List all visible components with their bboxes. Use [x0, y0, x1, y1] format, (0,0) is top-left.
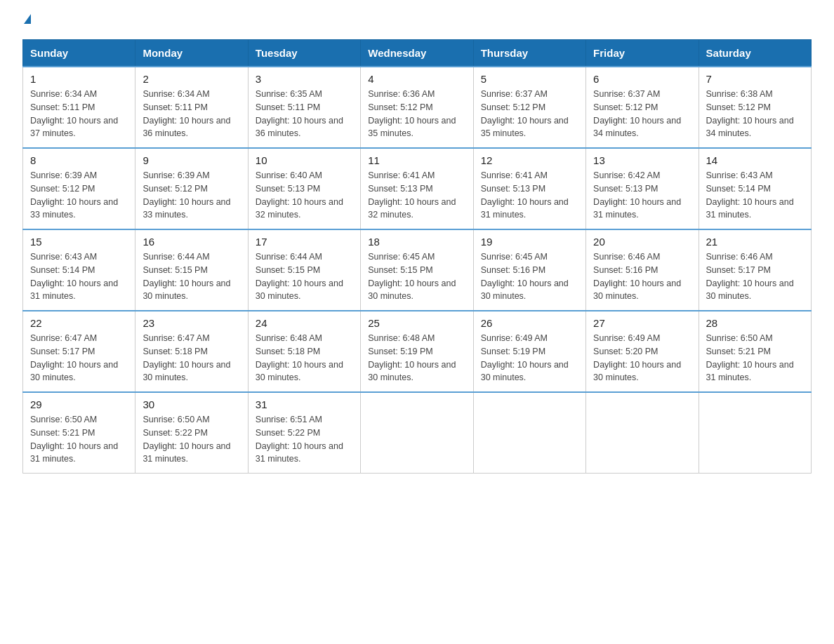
- calendar-day: 16 Sunrise: 6:44 AMSunset: 5:15 PMDaylig…: [135, 229, 248, 311]
- calendar-week-4: 22 Sunrise: 6:47 AMSunset: 5:17 PMDaylig…: [23, 311, 812, 392]
- day-info: Sunrise: 6:48 AMSunset: 5:18 PMDaylight:…: [256, 333, 343, 382]
- day-number: 9: [143, 154, 240, 166]
- day-info: Sunrise: 6:37 AMSunset: 5:12 PMDaylight:…: [481, 89, 569, 138]
- day-info: Sunrise: 6:49 AMSunset: 5:19 PMDaylight:…: [481, 333, 569, 382]
- day-info: Sunrise: 6:44 AMSunset: 5:15 PMDaylight:…: [256, 252, 343, 301]
- day-number: 30: [143, 398, 240, 410]
- calendar-week-3: 15 Sunrise: 6:43 AMSunset: 5:14 PMDaylig…: [23, 229, 812, 311]
- col-wednesday: Wednesday: [361, 40, 473, 67]
- day-info: Sunrise: 6:50 AMSunset: 5:21 PMDaylight:…: [706, 333, 794, 382]
- day-info: Sunrise: 6:45 AMSunset: 5:16 PMDaylight:…: [481, 252, 569, 301]
- day-number: 8: [30, 154, 128, 166]
- calendar-day: 4 Sunrise: 6:36 AMSunset: 5:12 PMDayligh…: [361, 67, 473, 148]
- day-info: Sunrise: 6:43 AMSunset: 5:14 PMDaylight:…: [30, 252, 118, 301]
- day-info: Sunrise: 6:44 AMSunset: 5:15 PMDaylight:…: [143, 252, 230, 301]
- calendar-day: 24 Sunrise: 6:48 AMSunset: 5:18 PMDaylig…: [248, 311, 360, 392]
- calendar-day: [473, 392, 585, 474]
- day-info: Sunrise: 6:34 AMSunset: 5:11 PMDaylight:…: [143, 89, 230, 138]
- day-info: Sunrise: 6:41 AMSunset: 5:13 PMDaylight:…: [368, 170, 456, 220]
- calendar-day: 9 Sunrise: 6:39 AMSunset: 5:12 PMDayligh…: [135, 148, 248, 229]
- calendar-day: 11 Sunrise: 6:41 AMSunset: 5:13 PMDaylig…: [361, 148, 473, 229]
- day-number: 31: [256, 398, 353, 410]
- calendar-day: 29 Sunrise: 6:50 AMSunset: 5:21 PMDaylig…: [23, 392, 135, 474]
- day-info: Sunrise: 6:48 AMSunset: 5:19 PMDaylight:…: [368, 333, 456, 382]
- calendar-day: 15 Sunrise: 6:43 AMSunset: 5:14 PMDaylig…: [23, 229, 135, 311]
- day-number: 4: [368, 73, 465, 85]
- col-friday: Friday: [586, 40, 699, 67]
- calendar-day: [361, 392, 473, 474]
- calendar-day: 19 Sunrise: 6:45 AMSunset: 5:16 PMDaylig…: [473, 229, 585, 311]
- day-number: 3: [256, 73, 353, 85]
- day-info: Sunrise: 6:38 AMSunset: 5:12 PMDaylight:…: [706, 89, 794, 138]
- calendar-day: 6 Sunrise: 6:37 AMSunset: 5:12 PMDayligh…: [586, 67, 699, 148]
- day-number: 23: [143, 317, 240, 329]
- day-info: Sunrise: 6:50 AMSunset: 5:21 PMDaylight:…: [30, 415, 118, 464]
- day-info: Sunrise: 6:41 AMSunset: 5:13 PMDaylight:…: [481, 170, 569, 220]
- calendar-day: 26 Sunrise: 6:49 AMSunset: 5:19 PMDaylig…: [473, 311, 585, 392]
- day-number: 6: [593, 73, 691, 85]
- day-info: Sunrise: 6:51 AMSunset: 5:22 PMDaylight:…: [256, 415, 343, 464]
- day-number: 14: [706, 154, 804, 166]
- day-info: Sunrise: 6:40 AMSunset: 5:13 PMDaylight:…: [256, 170, 343, 220]
- calendar-week-1: 1 Sunrise: 6:34 AMSunset: 5:11 PMDayligh…: [23, 67, 812, 148]
- day-info: Sunrise: 6:34 AMSunset: 5:11 PMDaylight:…: [30, 89, 118, 138]
- day-info: Sunrise: 6:46 AMSunset: 5:17 PMDaylight:…: [706, 252, 794, 301]
- calendar-day: 18 Sunrise: 6:45 AMSunset: 5:15 PMDaylig…: [361, 229, 473, 311]
- calendar-day: 3 Sunrise: 6:35 AMSunset: 5:11 PMDayligh…: [248, 67, 360, 148]
- col-saturday: Saturday: [699, 40, 811, 67]
- calendar-day: [699, 392, 811, 474]
- day-number: 11: [368, 154, 465, 166]
- day-number: 5: [481, 73, 578, 85]
- day-info: Sunrise: 6:39 AMSunset: 5:12 PMDaylight:…: [30, 170, 118, 220]
- day-info: Sunrise: 6:37 AMSunset: 5:12 PMDaylight:…: [593, 89, 681, 138]
- day-number: 16: [143, 236, 240, 248]
- calendar-week-5: 29 Sunrise: 6:50 AMSunset: 5:21 PMDaylig…: [23, 392, 812, 474]
- calendar-table: Sunday Monday Tuesday Wednesday Thursday…: [22, 39, 812, 474]
- day-number: 21: [706, 236, 804, 248]
- logo: [22, 17, 31, 27]
- calendar-day: 7 Sunrise: 6:38 AMSunset: 5:12 PMDayligh…: [699, 67, 811, 148]
- day-number: 28: [706, 317, 804, 329]
- day-info: Sunrise: 6:45 AMSunset: 5:15 PMDaylight:…: [368, 252, 456, 301]
- calendar-day: 21 Sunrise: 6:46 AMSunset: 5:17 PMDaylig…: [699, 229, 811, 311]
- day-number: 18: [368, 236, 465, 248]
- calendar-day: 31 Sunrise: 6:51 AMSunset: 5:22 PMDaylig…: [248, 392, 360, 474]
- col-thursday: Thursday: [473, 40, 585, 67]
- day-number: 17: [256, 236, 353, 248]
- calendar-day: 5 Sunrise: 6:37 AMSunset: 5:12 PMDayligh…: [473, 67, 585, 148]
- calendar-day: 20 Sunrise: 6:46 AMSunset: 5:16 PMDaylig…: [586, 229, 699, 311]
- calendar-week-2: 8 Sunrise: 6:39 AMSunset: 5:12 PMDayligh…: [23, 148, 812, 229]
- day-number: 15: [30, 236, 128, 248]
- day-number: 10: [256, 154, 353, 166]
- page-header: [22, 17, 812, 27]
- day-info: Sunrise: 6:43 AMSunset: 5:14 PMDaylight:…: [706, 170, 794, 220]
- day-info: Sunrise: 6:36 AMSunset: 5:12 PMDaylight:…: [368, 89, 456, 138]
- calendar-day: 30 Sunrise: 6:50 AMSunset: 5:22 PMDaylig…: [135, 392, 248, 474]
- day-info: Sunrise: 6:35 AMSunset: 5:11 PMDaylight:…: [256, 89, 343, 138]
- calendar-day: 25 Sunrise: 6:48 AMSunset: 5:19 PMDaylig…: [361, 311, 473, 392]
- day-number: 12: [481, 154, 578, 166]
- calendar-day: 8 Sunrise: 6:39 AMSunset: 5:12 PMDayligh…: [23, 148, 135, 229]
- day-number: 2: [143, 73, 240, 85]
- day-number: 7: [706, 73, 804, 85]
- day-info: Sunrise: 6:42 AMSunset: 5:13 PMDaylight:…: [593, 170, 681, 220]
- day-number: 20: [593, 236, 691, 248]
- day-number: 24: [256, 317, 353, 329]
- calendar-day: 14 Sunrise: 6:43 AMSunset: 5:14 PMDaylig…: [699, 148, 811, 229]
- calendar-day: 17 Sunrise: 6:44 AMSunset: 5:15 PMDaylig…: [248, 229, 360, 311]
- day-info: Sunrise: 6:39 AMSunset: 5:12 PMDaylight:…: [143, 170, 230, 220]
- calendar-day: 22 Sunrise: 6:47 AMSunset: 5:17 PMDaylig…: [23, 311, 135, 392]
- calendar-day: 12 Sunrise: 6:41 AMSunset: 5:13 PMDaylig…: [473, 148, 585, 229]
- col-tuesday: Tuesday: [248, 40, 360, 67]
- calendar-day: 10 Sunrise: 6:40 AMSunset: 5:13 PMDaylig…: [248, 148, 360, 229]
- col-sunday: Sunday: [23, 40, 135, 67]
- calendar-day: 2 Sunrise: 6:34 AMSunset: 5:11 PMDayligh…: [135, 67, 248, 148]
- calendar-day: 27 Sunrise: 6:49 AMSunset: 5:20 PMDaylig…: [586, 311, 699, 392]
- day-number: 26: [481, 317, 578, 329]
- calendar-header-row: Sunday Monday Tuesday Wednesday Thursday…: [23, 40, 812, 67]
- day-info: Sunrise: 6:47 AMSunset: 5:17 PMDaylight:…: [30, 333, 118, 382]
- col-monday: Monday: [135, 40, 248, 67]
- calendar-day: [586, 392, 699, 474]
- day-info: Sunrise: 6:50 AMSunset: 5:22 PMDaylight:…: [143, 415, 230, 464]
- day-number: 27: [593, 317, 691, 329]
